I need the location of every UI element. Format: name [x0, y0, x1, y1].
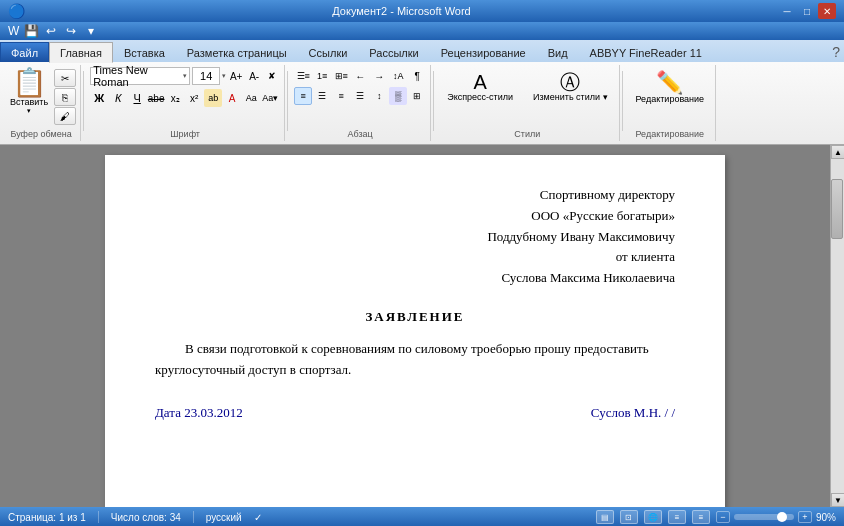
tab-view[interactable]: Вид	[537, 42, 579, 62]
font-label: Шрифт	[86, 129, 284, 139]
font-name-dropdown: ▾	[183, 72, 187, 80]
paste-icon: 📋	[12, 69, 47, 97]
save-qa-button[interactable]: 💾	[23, 23, 39, 39]
address-block: Спортивному директору ООО «Русские богат…	[155, 185, 675, 289]
strikethrough-button[interactable]: abe	[147, 89, 165, 107]
scroll-up-button[interactable]: ▲	[831, 145, 844, 159]
title-bar-left: 🔵	[8, 3, 25, 19]
format-painter-button[interactable]: 🖌	[54, 107, 76, 125]
editing-group-label: Редактирование	[625, 129, 716, 139]
tab-file[interactable]: Файл	[0, 42, 49, 62]
page-info: Страница: 1 из 1	[8, 512, 86, 523]
sort-button[interactable]: ↕A	[389, 67, 407, 85]
align-right[interactable]: ≡	[332, 87, 350, 105]
word-app-icon: 🔵	[8, 3, 25, 19]
font-name-selector[interactable]: Times New Roman ▾	[90, 67, 190, 85]
font-size-increase[interactable]: A+	[228, 68, 244, 84]
word-count: Число слов: 34	[111, 512, 181, 523]
document-area: Спортивному директору ООО «Русские богат…	[0, 145, 830, 507]
undo-qa-button[interactable]: ↩	[43, 23, 59, 39]
ribbon-help-icon[interactable]: ?	[832, 44, 840, 60]
vertical-scrollbar[interactable]: ▲ ▼	[830, 145, 844, 507]
styles-group: A Экспресс-стили Ⓐ Изменить стили ▾ Стил…	[436, 65, 619, 141]
bold-button[interactable]: Ж	[90, 89, 108, 107]
quick-access-toolbar: W 💾 ↩ ↪ ▾	[0, 22, 844, 40]
copy-button[interactable]: ⎘	[54, 88, 76, 106]
title-bar: 🔵 Документ2 - Microsoft Word ─ □ ✕	[0, 0, 844, 22]
align-left[interactable]: ≡	[294, 87, 312, 105]
multilevel-list[interactable]: ⊞≡	[332, 67, 350, 85]
zoom-in-button[interactable]: +	[798, 511, 812, 523]
zoom-slider[interactable]	[734, 514, 794, 520]
editing-button[interactable]: ✏️ Редактирование	[629, 67, 712, 109]
close-button[interactable]: ✕	[818, 3, 836, 19]
font-size-dropdown[interactable]: ▾	[222, 72, 226, 80]
express-styles-button[interactable]: A Экспресс-стили	[440, 67, 520, 107]
italic-button[interactable]: К	[109, 89, 127, 107]
tab-review[interactable]: Рецензирование	[430, 42, 537, 62]
view-web[interactable]: 🌐	[644, 510, 662, 524]
shading-button[interactable]: ▒	[389, 87, 407, 105]
paragraph-group: ☰≡ 1≡ ⊞≡ ← → ↕A ¶ ≡ ☰ ≡ ☰ ↕ ▒ ⊞	[290, 65, 431, 141]
font-name-value: Times New Roman	[93, 64, 183, 88]
ribbon: Файл Главная Вставка Разметка страницы С…	[0, 40, 844, 145]
font-group: Times New Roman ▾ 14 ▾ A+ A- ✘ Ж К Ч abe	[86, 65, 285, 141]
decrease-indent[interactable]: ←	[351, 67, 369, 85]
scroll-track[interactable]	[831, 159, 844, 493]
numbering-button[interactable]: 1≡	[313, 67, 331, 85]
view-outline[interactable]: ≡	[668, 510, 686, 524]
tab-insert[interactable]: Вставка	[113, 42, 176, 62]
address-line-2: ООО «Русские богатыри»	[155, 206, 675, 227]
qa-more-button[interactable]: ▾	[83, 23, 99, 39]
align-center[interactable]: ☰	[313, 87, 331, 105]
ribbon-tabs: Файл Главная Вставка Разметка страницы С…	[0, 40, 844, 62]
zoom-thumb	[777, 512, 787, 522]
font-color-button[interactable]: A	[223, 89, 241, 107]
superscript-button[interactable]: x²	[185, 89, 203, 107]
minimize-button[interactable]: ─	[778, 3, 796, 19]
tab-page-layout[interactable]: Разметка страницы	[176, 42, 298, 62]
paste-button[interactable]: 📋 Вставить ▾	[6, 67, 52, 117]
view-draft[interactable]: ≡	[692, 510, 710, 524]
zoom-control: − + 90%	[716, 511, 836, 523]
address-line-3: Поддубному Ивану Максимовичу	[155, 227, 675, 248]
change-styles-icon: Ⓐ	[560, 72, 580, 92]
spell-check-icon: ✓	[254, 512, 262, 523]
underline-button[interactable]: Ч	[128, 89, 146, 107]
paste-label: Вставить	[10, 97, 48, 107]
subscript-button[interactable]: x₂	[166, 89, 184, 107]
borders-button[interactable]: ⊞	[408, 87, 426, 105]
scroll-down-button[interactable]: ▼	[831, 493, 844, 507]
clear-formatting[interactable]: ✘	[264, 68, 280, 84]
increase-indent[interactable]: →	[370, 67, 388, 85]
change-case-button[interactable]: Aa▾	[261, 89, 279, 107]
word-logo: W	[8, 24, 19, 38]
tab-home[interactable]: Главная	[49, 42, 113, 63]
change-styles-label: Изменить стили ▾	[533, 92, 608, 102]
font-size-selector[interactable]: 14	[192, 67, 220, 85]
zoom-out-button[interactable]: −	[716, 511, 730, 523]
scroll-thumb[interactable]	[831, 179, 843, 239]
text-effects-button[interactable]: Aa	[242, 89, 260, 107]
justify[interactable]: ☰	[351, 87, 369, 105]
address-line-1: Спортивному директору	[155, 185, 675, 206]
tab-abbyy[interactable]: ABBYY FineReader 11	[579, 42, 713, 62]
maximize-button[interactable]: □	[798, 3, 816, 19]
view-print-button[interactable]: ▤	[596, 510, 614, 524]
status-bar: Страница: 1 из 1 Число слов: 34 русский …	[0, 507, 844, 526]
redo-qa-button[interactable]: ↪	[63, 23, 79, 39]
highlight-button[interactable]: ab	[204, 89, 222, 107]
change-styles-button[interactable]: Ⓐ Изменить стили ▾	[526, 67, 615, 107]
font-size-decrease[interactable]: A-	[246, 68, 262, 84]
cut-button[interactable]: ✂	[54, 69, 76, 87]
bullets-button[interactable]: ☰≡	[294, 67, 312, 85]
view-full-screen[interactable]: ⊡	[620, 510, 638, 524]
tab-mailings[interactable]: Рассылки	[358, 42, 429, 62]
main-area: Спортивному директору ООО «Русские богат…	[0, 145, 844, 507]
tab-references[interactable]: Ссылки	[298, 42, 359, 62]
show-marks[interactable]: ¶	[408, 67, 426, 85]
line-spacing[interactable]: ↕	[370, 87, 388, 105]
document-page[interactable]: Спортивному директору ООО «Русские богат…	[105, 155, 725, 507]
ribbon-content: 📋 Вставить ▾ ✂ ⎘ 🖌 Буфер обмена	[0, 62, 844, 144]
paragraph-label: Абзац	[290, 129, 430, 139]
